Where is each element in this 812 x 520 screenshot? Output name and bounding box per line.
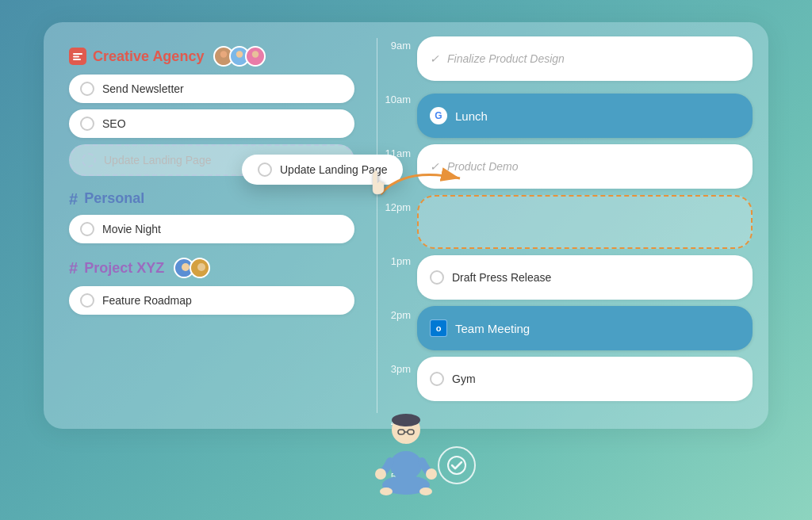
section-personal: # Personal Movie Night [69,190,354,243]
event-drop-target[interactable] [417,195,753,249]
svg-point-25 [419,488,432,495]
svg-point-5 [236,51,243,57]
event-label-1: Finalize Product Design [447,52,565,65]
todoist-icon [69,48,86,65]
task-label-5: Feature Roadmap [102,294,192,307]
task-label-ghost: Update Landing Page [104,154,211,166]
svg-rect-1 [73,56,79,58]
task-feature-roadmap[interactable]: Feature Roadmap [69,286,354,315]
todoist-svg [72,51,83,62]
section-title-creative: Creative Agency [93,48,204,65]
event-checkbox-5[interactable] [430,270,444,285]
google-icon: G [430,107,447,124]
time-10am: 10am [377,90,417,144]
avatar-3 [245,46,266,67]
time-1pm: 1pm [377,252,417,306]
event-label-7: Gym [452,373,476,385]
outlook-icon: o [430,319,447,337]
section-project-xyz: # Project XYZ Feature Roadmap [69,258,354,315]
svg-rect-0 [73,53,82,55]
task-checkbox-1[interactable] [80,82,94,96]
svg-rect-2 [73,59,81,60]
svg-point-16 [392,414,420,426]
task-send-newsletter[interactable]: Send Newsletter [69,75,354,103]
time-2pm: 2pm [377,306,417,360]
section-header-xyz: # Project XYZ [69,258,354,278]
main-background: Creative Agency [0,0,812,520]
event-empty-10am [417,87,753,94]
events-column: ✓ Finalize Product Design G Lunch ✓ Prod… [417,30,753,421]
task-label-2: SEO [102,117,126,130]
time-column: 9am 10am 11am 12pm 1pm 2pm 3pm 4pm 5pm [377,30,417,421]
event-checkbox-7[interactable] [430,372,444,386]
svg-point-7 [252,51,259,57]
time-9am: 9am [377,36,417,90]
task-checkbox-2[interactable] [80,117,94,131]
svg-point-9 [182,263,190,271]
avatar-face-3 [247,46,264,67]
person-illustration [343,390,469,517]
section-title-personal: Personal [84,190,144,207]
task-label-4: Movie Night [102,223,161,235]
event-label-5: Draft Press Release [452,271,551,284]
task-checkbox-4[interactable] [80,222,94,236]
svg-point-4 [219,59,228,65]
svg-point-3 [220,51,227,57]
event-lunch[interactable]: G Lunch [417,94,753,138]
svg-point-8 [251,59,260,65]
svg-point-11 [197,263,205,271]
svg-point-6 [235,59,244,65]
hand-cursor-svg [366,170,392,199]
task-checkbox-ghost [82,153,96,167]
event-draft-press[interactable]: Draft Press Release [417,255,753,300]
svg-point-24 [380,488,393,495]
time-12pm: 12pm [377,198,417,252]
person-container [343,390,469,520]
svg-point-22 [426,468,437,480]
svg-point-10 [180,272,191,278]
event-label-2: Lunch [455,109,488,123]
event-label-6: Team Meeting [455,322,530,335]
main-card: Creative Agency [44,22,768,429]
avatar-group-creative [213,46,266,67]
event-team-meeting[interactable]: o Team Meeting [417,306,753,350]
left-panel: Creative Agency [44,22,377,429]
hash-icon-personal: # [69,191,78,207]
svg-point-20 [390,451,422,480]
section-header-creative: Creative Agency [69,46,354,67]
check-icon-1: ✓ [430,52,439,65]
dragged-task-checkbox [258,162,272,177]
hash-icon-xyz: # [69,260,78,276]
svg-point-21 [375,468,386,480]
task-seo[interactable]: SEO [69,109,354,138]
cursor-hand [366,170,392,205]
avatar-5 [190,258,210,278]
event-finalize-product[interactable]: ✓ Finalize Product Design [417,36,753,81]
section-header-personal: # Personal [69,190,354,207]
right-panel: 9am 10am 11am 12pm 1pm 2pm 3pm 4pm 5pm ✓… [377,22,768,429]
avatar-group-xyz [174,258,210,278]
section-title-xyz: Project XYZ [84,260,164,277]
task-label-1: Send Newsletter [102,82,184,95]
task-checkbox-5[interactable] [80,293,94,308]
avatar-face-5 [191,259,210,278]
task-movie-night[interactable]: Movie Night [69,215,354,243]
svg-point-12 [196,272,207,278]
